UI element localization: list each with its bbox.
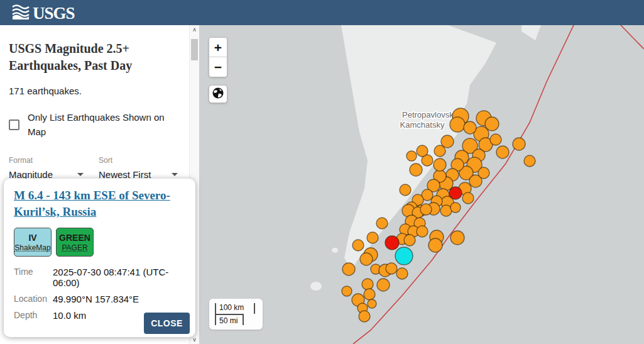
earthquake-marker[interactable] — [420, 204, 432, 215]
usgs-wave-icon — [11, 3, 30, 22]
earthquake-marker[interactable] — [496, 146, 509, 158]
globe-button[interactable] — [209, 85, 227, 103]
earthquake-marker[interactable] — [342, 263, 355, 275]
earthquake-marker[interactable] — [434, 158, 446, 171]
scrollbar-thumb[interactable] — [191, 39, 198, 60]
shakemap-badge[interactable]: IV ShakeMap — [14, 228, 52, 257]
app-header: USGS — [0, 0, 644, 25]
earthquake-marker[interactable] — [524, 155, 535, 167]
earthquake-marker[interactable] — [396, 268, 408, 279]
earthquake-marker[interactable] — [450, 203, 461, 213]
earthquake-marker[interactable] — [377, 279, 390, 291]
earthquake-marker[interactable] — [385, 236, 399, 250]
earthquake-marker[interactable] — [360, 253, 373, 265]
format-selected-value: Magnitude — [9, 169, 53, 180]
earthquake-detail-popup: M 6.4 - 143 km ESE of Severo-Kuril’sk, R… — [4, 179, 195, 337]
earthquake-marker[interactable] — [410, 164, 422, 176]
svg-text:Petropavlovsk-: Petropavlovsk- — [402, 110, 456, 119]
earthquake-marker[interactable] — [513, 138, 525, 150]
usgs-logo[interactable]: USGS — [11, 3, 75, 22]
only-list-shown-label: Only List Earthquakes Shown on Map — [28, 110, 182, 140]
close-button[interactable]: CLOSE — [144, 313, 190, 334]
earthquake-marker[interactable] — [407, 151, 417, 161]
earthquake-marker[interactable] — [368, 299, 376, 308]
chevron-down-icon — [77, 173, 84, 176]
earthquake-marker[interactable] — [367, 232, 378, 243]
pager-alert-level: GREEN — [59, 233, 90, 243]
scale-mi-label: 50 mi — [216, 314, 244, 325]
earthquake-marker[interactable] — [364, 289, 375, 300]
earthquake-marker[interactable] — [352, 240, 364, 251]
earthquake-list-panel: USGS Magnitude 2.5+ Earthquakes, Past Da… — [0, 25, 200, 344]
event-title-link[interactable]: M 6.4 - 143 km ESE of Severo-Kuril’sk, R… — [14, 187, 185, 219]
map[interactable]: Petropavlovsk- Kamchatsky + − 100 km — [200, 25, 644, 344]
scroll-up-icon[interactable]: ∧ — [190, 25, 199, 34]
earthquake-marker[interactable] — [434, 145, 445, 157]
globe-icon — [212, 87, 224, 102]
zoom-in-button[interactable]: + — [209, 38, 227, 57]
time-label: Time — [14, 267, 53, 288]
earthquake-marker[interactable] — [450, 231, 464, 245]
sort-selected-value: Newest First — [99, 169, 151, 180]
zoom-out-button[interactable]: − — [209, 57, 227, 77]
earthquake-marker[interactable] — [440, 205, 452, 216]
depth-label: Depth — [14, 310, 53, 321]
earthquake-marker[interactable] — [362, 279, 373, 290]
earthquake-marker[interactable] — [428, 238, 442, 252]
zoom-control: + − — [209, 37, 227, 77]
earthquake-marker[interactable] — [400, 184, 411, 196]
shakemap-intensity: IV — [28, 233, 36, 243]
earthquake-marker[interactable] — [404, 235, 415, 246]
pager-badge[interactable]: GREEN PAGER — [56, 228, 94, 257]
svg-text:Kamchatsky: Kamchatsky — [400, 120, 445, 130]
time-value: 2025-07-30 08:47:41 (UTC-06:00) — [53, 267, 185, 288]
usgs-logo-text: USGS — [33, 5, 75, 22]
sort-label: Sort — [99, 156, 179, 165]
chevron-down-icon — [172, 173, 178, 176]
earthquake-marker[interactable] — [417, 145, 428, 157]
earthquake-marker[interactable] — [342, 286, 352, 296]
earthquake-marker[interactable] — [478, 167, 489, 179]
scale-bar: 100 km 50 mi — [209, 299, 263, 330]
selected-earthquake-marker[interactable] — [395, 247, 413, 265]
earthquake-marker[interactable] — [376, 218, 388, 229]
earthquake-marker[interactable] — [462, 192, 474, 204]
location-label: Location — [14, 294, 53, 304]
earthquake-marker[interactable] — [417, 226, 428, 237]
earthquake-marker[interactable] — [490, 134, 501, 145]
only-list-shown-checkbox[interactable] — [9, 119, 19, 130]
earthquake-marker[interactable] — [386, 263, 397, 274]
location-value: 49.990°N 157.834°E — [53, 294, 139, 304]
format-label: Format — [9, 156, 85, 165]
earthquake-marker[interactable] — [464, 121, 476, 134]
earthquake-count: 171 earthquakes. — [9, 86, 182, 96]
map-canvas[interactable]: Petropavlovsk- Kamchatsky — [200, 25, 644, 344]
earthquake-marker[interactable] — [359, 311, 370, 322]
pager-label: PAGER — [62, 243, 87, 252]
scale-km-label: 100 km — [216, 303, 255, 314]
depth-value: 10.0 km — [53, 310, 86, 321]
page-title: USGS Magnitude 2.5+ Earthquakes, Past Da… — [9, 40, 178, 74]
shakemap-label: ShakeMap — [14, 243, 50, 252]
earthquake-marker[interactable] — [450, 117, 465, 132]
earthquake-marker[interactable] — [449, 187, 462, 199]
